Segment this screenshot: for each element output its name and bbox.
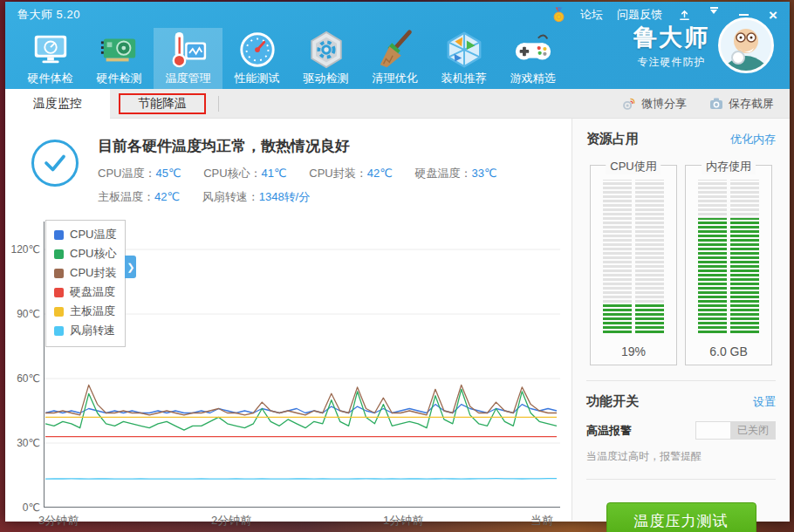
toggle-state-label: 已关闭 (731, 422, 775, 439)
cpu-meter-fill (603, 304, 664, 333)
x-tick-2min: 2分钟前 (211, 513, 251, 529)
legend-item-mainboard-temp[interactable]: 主板温度 (54, 304, 116, 319)
legend-swatch (54, 230, 64, 240)
legend-collapse-arrow-icon[interactable]: ❯ (125, 256, 136, 278)
weibo-icon (622, 97, 636, 111)
x-tick-now: 当前 (530, 513, 553, 529)
reading-fan-speed: 风扇转速：1348转/分 (202, 190, 311, 203)
legend-swatch (54, 307, 64, 317)
tabbar: 温度监控 节能降温 微博分享 (5, 89, 790, 119)
red-annotation-box (119, 93, 206, 114)
cpu-meter-bar (603, 180, 664, 333)
cube-icon (444, 30, 484, 70)
weibo-share-button[interactable]: 微博分享 (622, 96, 687, 112)
weibo-share-label: 微博分享 (641, 96, 687, 112)
nav-item-build-recommend[interactable]: 装机推荐 (429, 28, 498, 89)
save-screenshot-label: 保存截屏 (729, 96, 774, 112)
legend-swatch (54, 326, 64, 336)
legend-swatch (54, 269, 64, 278)
switches-title: 功能开关 (586, 393, 639, 410)
camera-icon (709, 97, 723, 111)
chart-legend: CPU温度 CPU核心 CPU封装 硬盘温度 主板温度 风扇转速 ❯ (45, 220, 126, 347)
y-tick-0: 0℃ (7, 501, 40, 514)
desktop-wallpaper: 鲁大师 5.20 论坛 问题反馈 (0, 0, 794, 532)
status-title: 目前各硬件温度均正常，散热情况良好 (98, 136, 516, 156)
nav-item-temperature-manage[interactable]: 温度管理 (154, 28, 222, 89)
main-nav: 硬件体检 硬件检测 (5, 28, 790, 89)
legend-item-fan-speed[interactable]: 风扇转速 (54, 323, 116, 338)
nav-item-benchmark[interactable]: 性能测试 (222, 28, 291, 89)
cpu-usage-value: 19% (591, 344, 676, 358)
brand-slogan: 专注硬件防护 (633, 55, 709, 70)
check-circle-icon (31, 140, 79, 187)
nav-item-game-picks[interactable]: 游戏精选 (498, 28, 567, 89)
memory-meter-label: 内存使用 (702, 159, 756, 174)
app-title: 鲁大师 5.20 (17, 7, 80, 23)
nav-item-cleanup[interactable]: 清理优化 (360, 28, 429, 89)
reading-mainboard-temp: 主板温度：42℃ (98, 190, 180, 203)
legend-swatch (54, 288, 64, 297)
nav-label: 游戏精选 (510, 71, 556, 86)
resource-title: 资源占用 (586, 131, 639, 147)
nav-label: 性能测试 (235, 71, 280, 86)
nav-label: 清理优化 (373, 71, 418, 86)
reading-hdd-temp: 硬盘温度：33℃ (414, 167, 496, 180)
save-screenshot-button[interactable]: 保存截屏 (709, 96, 774, 112)
cpu-usage-meter: CPU使用 19% (590, 165, 677, 365)
thermometer-chart-icon (168, 30, 209, 70)
broom-icon (375, 30, 415, 70)
y-tick-90: 90℃ (7, 308, 40, 320)
gamepad-icon (513, 30, 553, 70)
nav-label: 硬件体检 (28, 71, 73, 86)
status-block: 目前各硬件温度均正常，散热情况良好 CPU温度：45℃ CPU核心：41℃ CP… (5, 119, 572, 213)
medal-icon[interactable] (551, 7, 566, 23)
tab-temperature-monitor[interactable]: 温度监控 (5, 89, 110, 119)
sidebar-divider (586, 479, 776, 480)
gear-hexagon-icon (306, 30, 346, 70)
memory-meter-fill (698, 218, 759, 333)
mascot-avatar[interactable] (718, 17, 774, 73)
reading-cpu-core: CPU核心：41℃ (203, 167, 287, 180)
toggle-knob (696, 422, 731, 439)
reading-cpu-package: CPU封装：42℃ (309, 167, 393, 180)
y-tick-120: 120℃ (7, 243, 40, 256)
temperature-chart: 120℃ 90℃ 60℃ 30℃ 0℃ 3分钟前 2分钟前 1分钟前 当前 CP… (5, 222, 572, 532)
header: 鲁大师 5.20 论坛 问题反馈 (5, 2, 790, 89)
forum-link[interactable]: 论坛 (580, 7, 603, 23)
legend-item-hdd-temp[interactable]: 硬盘温度 (54, 284, 116, 300)
x-tick-3min: 3分钟前 (38, 513, 79, 529)
x-tick-1min: 1分钟前 (383, 513, 423, 529)
optimize-memory-link[interactable]: 优化内存 (730, 132, 776, 147)
nav-label: 装机推荐 (441, 71, 487, 86)
memory-usage-value: 6.0 GB (686, 344, 771, 358)
tab-label: 温度监控 (33, 96, 82, 112)
legend-item-cpu-core[interactable]: CPU核心 (54, 246, 116, 262)
sidebar-divider (586, 380, 776, 381)
gpu-card-icon (99, 30, 140, 70)
nav-label: 硬件检测 (97, 71, 142, 86)
cpu-meter-label: CPU使用 (606, 159, 661, 174)
settings-link[interactable]: 设置 (753, 394, 776, 410)
sidebar: 资源占用 优化内存 CPU使用 19% 内存使用 (572, 119, 790, 521)
main-panel: 目前各硬件温度均正常，散热情况良好 CPU温度：45℃ CPU核心：41℃ CP… (5, 119, 572, 521)
legend-item-cpu-temp[interactable]: CPU温度 (54, 227, 116, 242)
monitor-icon (31, 30, 71, 70)
y-tick-30: 30℃ (7, 437, 40, 449)
nav-item-hardware-exam[interactable]: 硬件体检 (16, 28, 85, 89)
gauge-icon (237, 30, 277, 70)
high-temp-alarm-label: 高温报警 (586, 423, 632, 439)
y-tick-60: 60℃ (7, 372, 40, 385)
memory-usage-meter: 内存使用 6.0 GB (685, 165, 772, 365)
legend-swatch (54, 249, 64, 259)
temperature-stress-test-button[interactable]: 温度压力测试 (606, 502, 756, 532)
nav-item-driver-check[interactable]: 驱动检测 (291, 28, 360, 89)
tab-energy-saving[interactable]: 节能降温 (110, 89, 215, 119)
legend-item-cpu-package[interactable]: CPU封装 (54, 265, 116, 281)
nav-item-hardware-test[interactable]: 硬件检测 (85, 28, 154, 89)
high-temp-alarm-toggle[interactable]: 已关闭 (695, 421, 776, 440)
app-window: 鲁大师 5.20 论坛 问题反馈 (5, 2, 790, 522)
brand: 鲁大师 专注硬件防护 (633, 17, 774, 73)
nav-label: 温度管理 (166, 71, 211, 86)
memory-meter-bar (698, 180, 759, 333)
tab-divider (218, 96, 219, 112)
